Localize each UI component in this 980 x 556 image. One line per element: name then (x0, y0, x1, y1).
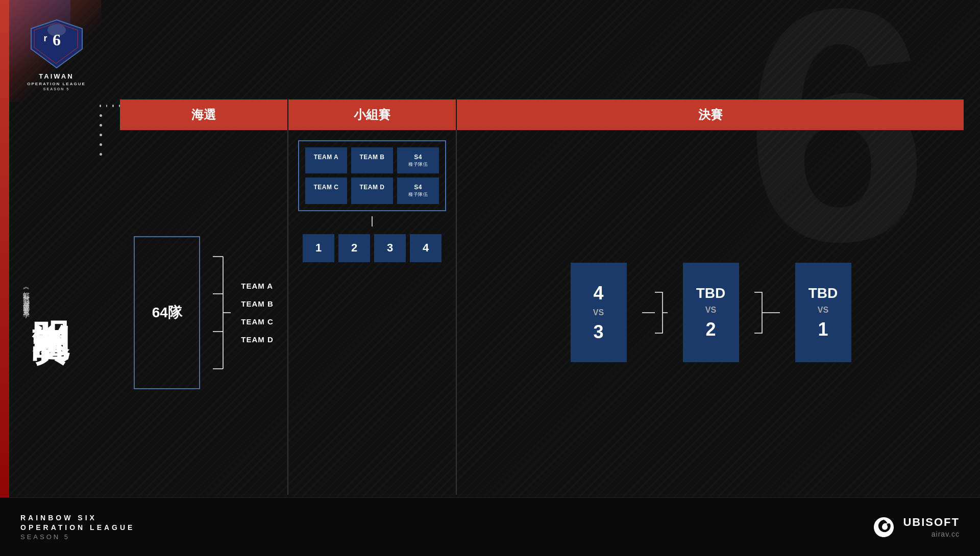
logo-text: TAIWAN OPERATION LEAGUE SEASON 5 (27, 72, 86, 92)
left-accent-bar (0, 0, 9, 556)
main-content: 海選 小組賽 決賽 64隊 TEAM A (120, 99, 965, 495)
group-team-d: TEAM D (351, 178, 393, 204)
group-rankings: 1 2 3 4 (303, 234, 442, 262)
qualifier-team-b: TEAM B (241, 299, 274, 308)
footer: RAINBOW SIX OPERATION LEAGUE SEASON 5 UB… (0, 497, 980, 556)
finals-header: 決賽 (457, 99, 965, 130)
footer-right: UBISOFT airav.cc (872, 516, 960, 539)
group-team-a: TEAM A (305, 147, 347, 173)
rank-3: 3 (374, 234, 406, 262)
qualifier-connector-svg (210, 236, 231, 389)
qualifiers-header: 海選 (120, 99, 288, 130)
footer-left: RAINBOW SIX OPERATION LEAGUE SEASON 5 (20, 514, 135, 541)
footer-line1: RAINBOW SIX (20, 514, 135, 522)
left-sidebar: 《虹彩六號》台灣菁英聯賽第五季 賽制説明 (9, 97, 111, 495)
ubisoft-swirl-icon (872, 516, 895, 539)
group-panel: TEAM A TEAM B S4種子隊伍 TEAM C TEAM D S4種子隊… (288, 130, 457, 495)
semi-bottom-num: 3 (593, 321, 603, 343)
ubisoft-text: UBISOFT (903, 516, 960, 529)
qualifier-team-c: TEAM C (241, 317, 274, 326)
semi2-bottom: 2 (705, 319, 716, 340)
group-team-c: TEAM C (305, 178, 347, 204)
shield-logo: 6 r (26, 16, 87, 72)
qualifiers-panel: 64隊 TEAM A TEAM B TEAM C TEAM D (120, 130, 288, 495)
rank-2: 2 (338, 234, 370, 262)
qualifier-team-a: TEAM A (241, 282, 274, 290)
group-connector-svg (298, 216, 446, 226)
group-header: 小組賽 (288, 99, 457, 130)
qualifier-team-list: TEAM A TEAM B TEAM C TEAM D (241, 282, 274, 344)
finals-panel: 4 VS 3 TBD VS 2 (457, 130, 965, 495)
svg-text:r: r (43, 33, 47, 43)
stages-header: 海選 小組賽 決賽 (120, 99, 965, 130)
semi2-vs: VS (705, 306, 716, 315)
game-subtitle: 《虹彩六號》台灣菁英聯賽第五季 (19, 285, 33, 308)
final-box: TBD VS 1 (795, 263, 851, 362)
stages-content: 64隊 TEAM A TEAM B TEAM C TEAM D (120, 130, 965, 495)
semifinal-box: 4 VS 3 (571, 263, 627, 362)
finals-connector1-svg (642, 262, 668, 364)
logo-area: 6 r TAIWAN OPERATION LEAGUE SEASON 5 (9, 0, 104, 97)
final-top: TBD (808, 285, 838, 301)
semi2-top: TBD (696, 285, 726, 301)
semi-vs: VS (593, 308, 604, 317)
team-count-box: 64隊 (134, 236, 200, 389)
group-seed1: S4種子隊伍 (397, 147, 439, 173)
svg-point-4 (47, 24, 66, 36)
group-team-b: TEAM B (351, 147, 393, 173)
qualifier-team-d: TEAM D (241, 335, 274, 344)
finals-connector2-svg (754, 262, 780, 364)
rank-1: 1 (303, 234, 334, 262)
semi-top-num: 4 (593, 283, 603, 304)
final-vs: VS (818, 306, 828, 315)
footer-line3: SEASON 5 (20, 533, 135, 541)
airav-watermark: airav.cc (932, 530, 960, 538)
footer-line2: OPERATION LEAGUE (20, 523, 135, 532)
semi2-box: TBD VS 2 (683, 263, 739, 362)
group-bracket-box: TEAM A TEAM B S4種子隊伍 TEAM C TEAM D S4種子隊… (298, 140, 446, 211)
rank-4: 4 (410, 234, 442, 262)
group-seed2: S4種子隊伍 (397, 178, 439, 204)
final-bottom: 1 (818, 319, 828, 340)
group-teams-grid: TEAM A TEAM B S4種子隊伍 TEAM C TEAM D S4種子隊… (305, 147, 439, 204)
ubisoft-logo: UBISOFT airav.cc (903, 516, 960, 538)
